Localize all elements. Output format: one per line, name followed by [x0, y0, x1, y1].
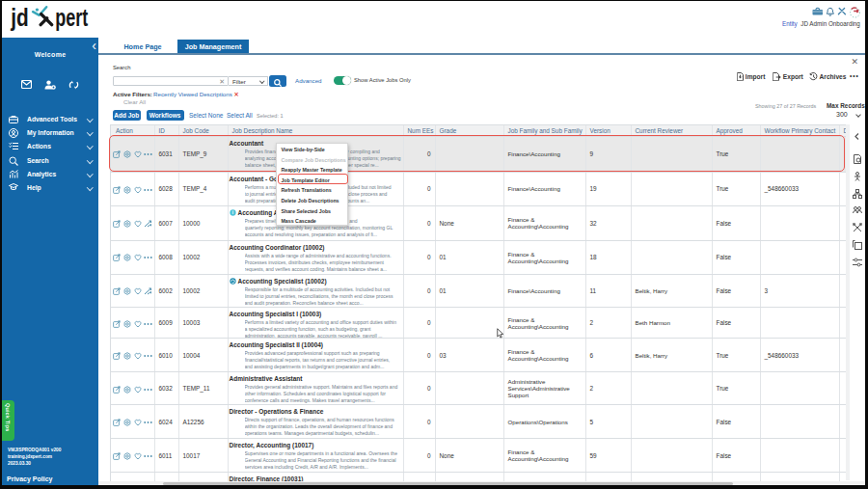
svg-text:i: i: [231, 210, 232, 215]
svg-text:pert: pert: [55, 3, 88, 32]
svg-text:jd: jd: [10, 3, 28, 32]
